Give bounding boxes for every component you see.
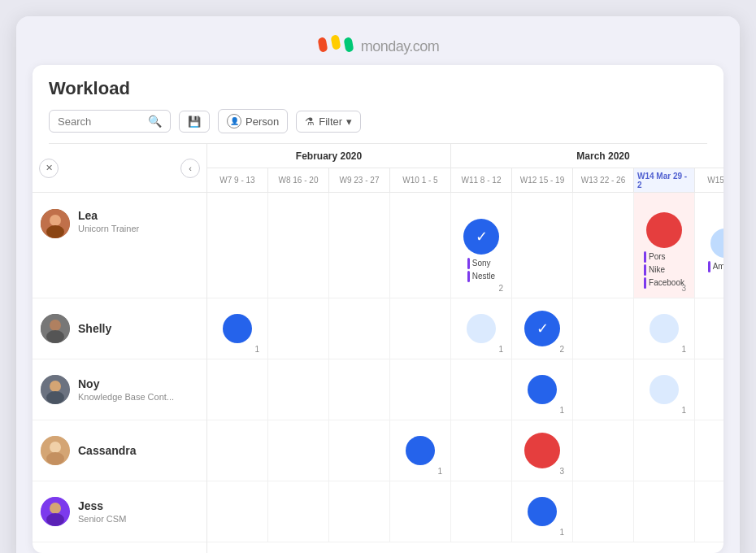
avatar-jess — [41, 497, 70, 526]
noy-w12-content: 1 — [515, 363, 569, 416]
data-row-noy: 1 1 — [207, 359, 723, 420]
cassandra-w10-count: 1 — [437, 467, 442, 476]
app-header: monday.com — [16, 16, 740, 65]
lea-w11-tags: Sony Nestle — [467, 258, 495, 282]
lea-w11-bubble[interactable]: ✓ — [463, 219, 499, 255]
chevron-down-icon: ▾ — [346, 115, 352, 128]
avatar-noy — [41, 375, 70, 404]
avatar-shelly — [41, 314, 70, 343]
noy-w14-count: 1 — [681, 406, 686, 415]
person-role-lea: Unicorn Trainer — [78, 224, 139, 233]
shelly-w11-count: 1 — [498, 345, 503, 354]
noy-w12-bubble[interactable] — [528, 375, 557, 404]
cassandra-w7 — [207, 420, 268, 481]
filter-button[interactable]: ⚗ Filter ▾ — [296, 111, 361, 133]
svg-point-11 — [46, 391, 64, 404]
lea-w10 — [390, 193, 451, 298]
calendar-grid: February 2020 March 2020 Ap W7 9 - 13 W8… — [207, 144, 723, 553]
lea-w12 — [512, 193, 573, 298]
person-row-cassandra: Cassandra — [33, 420, 206, 481]
jess-w13 — [573, 481, 634, 542]
shelly-w11: 1 — [451, 298, 512, 359]
svg-rect-2 — [343, 37, 354, 52]
lea-w14-bubble[interactable] — [646, 212, 682, 248]
svg-point-5 — [46, 225, 64, 238]
logo-wordmark: monday — [361, 38, 410, 54]
person-name-shelly: Shelly — [78, 322, 111, 335]
jess-w12-count: 1 — [559, 528, 564, 537]
shelly-w11-bubble[interactable] — [467, 314, 496, 343]
cassandra-w10-content: 1 — [393, 424, 447, 477]
search-input[interactable] — [58, 115, 143, 128]
search-box[interactable]: 🔍 — [49, 110, 171, 133]
cassandra-w11 — [451, 420, 512, 481]
data-row-lea: ✓ 2 Sony Nestle — [207, 193, 723, 298]
lea-w11-content: ✓ 2 Sony Nestle — [454, 206, 508, 294]
person-button[interactable]: 👤 Person — [218, 109, 288, 133]
tag-label-pors: Pors — [649, 252, 666, 261]
collapse-left-button[interactable]: ✕ — [39, 159, 59, 178]
noy-w12-count: 1 — [559, 406, 564, 415]
shelly-w9 — [329, 298, 390, 359]
svg-rect-1 — [330, 34, 341, 50]
person-role-jess: Senior CSM — [78, 514, 126, 524]
logo: monday.com — [317, 31, 440, 57]
collapse-right-button[interactable]: ‹ — [180, 159, 200, 178]
lea-w15-content: 1 Amazon — [698, 206, 723, 294]
data-row-cassandra: 1 3 — [207, 420, 723, 481]
svg-point-14 — [46, 452, 64, 465]
avatar-img-shelly — [41, 314, 70, 343]
lea-w15-tags: Amazon — [708, 261, 723, 272]
save-icon: 💾 — [188, 115, 201, 128]
jess-w7 — [207, 481, 268, 542]
avatar-img-lea — [41, 209, 70, 238]
noy-w14-bubble[interactable] — [650, 375, 679, 404]
avatar-cassandra — [41, 436, 70, 465]
tag-label-nike: Nike — [649, 265, 665, 274]
cassandra-w9 — [329, 420, 390, 481]
shelly-w14-bubble[interactable] — [650, 314, 679, 343]
week-w11: W11 8 - 12 — [451, 168, 512, 192]
cassandra-w10-bubble[interactable] — [406, 436, 435, 465]
jess-w8 — [268, 481, 329, 542]
person-name-jess: Jess — [78, 499, 126, 512]
cassandra-w13 — [573, 420, 634, 481]
lea-w14-tags: Pors Nike Facebook — [644, 251, 684, 289]
week-w12: W12 15 - 19 — [512, 168, 573, 192]
shelly-w7-bubble[interactable] — [223, 314, 252, 343]
tag-dot-amazon — [708, 261, 710, 272]
cassandra-w12-bubble[interactable] — [524, 433, 560, 468]
tag-pors: Pors — [644, 251, 684, 263]
shelly-w15 — [695, 298, 723, 359]
lea-w15-bubble[interactable] — [710, 229, 723, 258]
app-container: monday.com Workload 🔍 💾 👤 Person — [16, 16, 740, 553]
logo-text: monday.com — [361, 31, 440, 57]
lea-w8 — [268, 193, 329, 298]
week-w8: W8 16 - 20 — [268, 168, 329, 192]
page-header: Workload 🔍 💾 👤 Person ⚗ Filter ▾ — [33, 65, 723, 144]
avatar-img-noy — [41, 375, 70, 404]
svg-point-7 — [50, 320, 61, 331]
svg-point-8 — [46, 330, 64, 343]
avatar-img-jess — [41, 497, 70, 526]
person-row-jess: Jess Senior CSM — [33, 481, 206, 542]
cassandra-w8 — [268, 420, 329, 481]
data-row-shelly: 1 1 — [207, 298, 723, 359]
shelly-w7-count: 1 — [254, 345, 259, 354]
lea-w14-content: 3 Pors Nike Facebook — [637, 206, 691, 294]
shelly-w14-count: 1 — [681, 345, 686, 354]
save-view-button[interactable]: 💾 — [179, 111, 210, 133]
shelly-w14-content: 1 — [637, 302, 691, 355]
tag-label-amazon: Amazon — [713, 262, 723, 271]
person-info-lea: Lea Unicorn Trainer — [78, 209, 139, 233]
shelly-w12-bubble[interactable]: ✓ — [524, 311, 560, 346]
jess-w10 — [390, 481, 451, 542]
logo-suffix: .com — [409, 38, 439, 54]
person-role-noy: Knowledge Base Cont... — [78, 392, 174, 402]
jess-w12-bubble[interactable] — [528, 497, 557, 526]
noy-w14: 1 — [634, 359, 695, 420]
tag-nike: Nike — [644, 264, 684, 276]
toolbar: 🔍 💾 👤 Person ⚗ Filter ▾ — [49, 109, 707, 144]
noy-w13 — [573, 359, 634, 420]
svg-rect-0 — [317, 37, 328, 52]
